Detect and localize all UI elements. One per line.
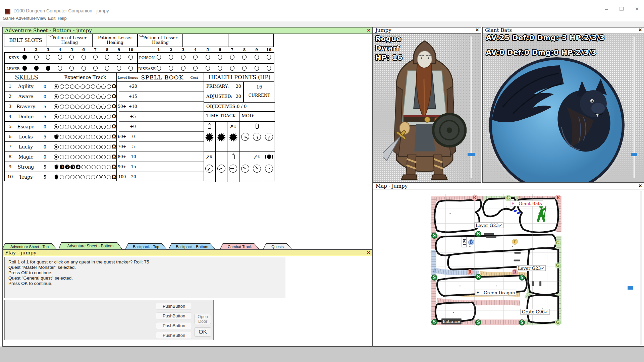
- poison-slot-3[interactable]: [181, 55, 185, 60]
- open-door-button[interactable]: Open Door: [195, 314, 211, 324]
- close-character-panel-icon[interactable]: ✕: [475, 28, 480, 33]
- track-start-filled-star-icon[interactable]: [54, 164, 59, 170]
- character-scrollbar-thumb[interactable]: [468, 153, 475, 156]
- keys-slot-9[interactable]: [117, 55, 121, 60]
- track-slot[interactable]: [107, 105, 111, 109]
- track-slot[interactable]: [70, 155, 74, 159]
- lever-slot-9[interactable]: [117, 66, 121, 71]
- track-slot[interactable]: [107, 145, 111, 149]
- skill-name[interactable]: Lucky: [14, 144, 38, 149]
- tab-backpack-bottom[interactable]: Backpack - Bottom: [168, 243, 216, 249]
- track-slot[interactable]: [75, 175, 80, 179]
- track-slot[interactable]: [101, 145, 106, 149]
- experience-track[interactable]: Ω: [54, 81, 116, 92]
- track-slot[interactable]: [96, 175, 101, 179]
- track-slot[interactable]: [60, 155, 64, 159]
- track-slot[interactable]: [80, 115, 85, 119]
- track-slot[interactable]: [96, 105, 101, 109]
- track-slot[interactable]: [91, 95, 95, 99]
- track-slot[interactable]: [92, 165, 96, 169]
- track-start-star-icon[interactable]: [54, 94, 59, 99]
- minimize-button[interactable]: –: [601, 5, 611, 13]
- close-map-panel-icon[interactable]: ✕: [638, 184, 643, 188]
- skill-name[interactable]: Agility: [14, 84, 38, 89]
- experience-track[interactable]: 1234Ω: [54, 162, 116, 172]
- track-slot[interactable]: [107, 84, 111, 89]
- tab-combat-track[interactable]: Combat Track: [220, 243, 260, 249]
- track-slot[interactable]: [96, 125, 101, 129]
- time-track-cell[interactable]: [239, 121, 252, 152]
- track-slot[interactable]: [96, 95, 101, 99]
- track-slot[interactable]: [96, 135, 101, 139]
- track-slot[interactable]: [60, 175, 64, 179]
- track-slot[interactable]: [70, 145, 74, 149]
- track-slot[interactable]: [60, 135, 64, 139]
- poison-slot-10[interactable]: [267, 55, 271, 60]
- track-slot[interactable]: [96, 155, 101, 159]
- track-start-star-icon[interactable]: [54, 104, 59, 109]
- keys-slot-4[interactable]: [58, 55, 62, 60]
- monster-scrollbar-thumb[interactable]: [631, 153, 637, 156]
- track-slot[interactable]: [96, 115, 101, 119]
- lever-slot-7[interactable]: [93, 66, 98, 71]
- disease-slot-1[interactable]: [157, 66, 161, 71]
- disease-slot-2[interactable]: [169, 66, 173, 71]
- track-slot[interactable]: [65, 105, 69, 109]
- keys-slot-6[interactable]: [82, 55, 86, 60]
- track-slot[interactable]: [101, 135, 106, 139]
- belt-slot-cell[interactable]: [228, 34, 274, 47]
- push-button-2[interactable]: PushButton: [156, 312, 192, 319]
- experience-track[interactable]: Ω: [54, 102, 116, 112]
- track-start-star-icon[interactable]: [54, 124, 59, 129]
- disease-slot-5[interactable]: [206, 66, 210, 71]
- track-slot[interactable]: [107, 165, 111, 169]
- track-slot[interactable]: [91, 125, 95, 129]
- monster-scrollbar-track[interactable]: [633, 36, 635, 178]
- time-track-cell[interactable]: [239, 152, 252, 182]
- track-slot[interactable]: [70, 115, 74, 119]
- track-slot[interactable]: [107, 135, 111, 139]
- keys-slot-8[interactable]: [105, 55, 109, 60]
- track-slot[interactable]: [82, 165, 86, 169]
- track-start-star-icon[interactable]: [54, 114, 59, 119]
- belt-slot-cell[interactable]: Potion of Lesser Healing: [92, 34, 138, 47]
- tab-adventure-sheet-bottom[interactable]: Adventure Sheet - Bottom: [58, 242, 122, 249]
- track-slot[interactable]: [75, 135, 80, 139]
- track-slot[interactable]: [86, 115, 90, 119]
- track-slot[interactable]: [101, 115, 106, 119]
- track-mark-3[interactable]: 3: [70, 165, 75, 169]
- track-slot[interactable]: [91, 155, 95, 159]
- disease-slot-3[interactable]: [181, 66, 185, 71]
- track-slot[interactable]: [75, 115, 79, 119]
- track-slot[interactable]: [96, 84, 101, 89]
- close-window-button[interactable]: ✕: [632, 5, 642, 13]
- track-slot[interactable]: [65, 125, 69, 129]
- track-slot[interactable]: [107, 95, 111, 99]
- keys-slot-1[interactable]: [22, 55, 27, 60]
- track-slot[interactable]: [107, 155, 111, 159]
- track-mark-4[interactable]: 4: [76, 165, 80, 169]
- skill-name[interactable]: Strong: [14, 164, 38, 170]
- lever-slot-4[interactable]: [58, 66, 62, 71]
- keys-slot-2[interactable]: [34, 55, 39, 60]
- experience-track[interactable]: Ω: [54, 152, 116, 162]
- track-slot[interactable]: [80, 125, 85, 129]
- track-slot[interactable]: [75, 95, 79, 99]
- time-track-cell[interactable]: [263, 152, 275, 182]
- track-slot[interactable]: [107, 125, 111, 129]
- close-play-icon[interactable]: ✕: [366, 250, 371, 255]
- disease-slot-8[interactable]: [242, 66, 247, 71]
- track-slot[interactable]: [97, 165, 101, 169]
- close-monster-panel-icon[interactable]: ✕: [638, 28, 643, 33]
- tab-adventure-sheet-top[interactable]: Adventure Sheet - Top: [2, 243, 57, 249]
- track-slot[interactable]: [80, 105, 85, 109]
- track-slot[interactable]: [60, 84, 64, 89]
- track-slot[interactable]: [65, 95, 69, 99]
- track-slot[interactable]: [86, 155, 90, 159]
- track-slot[interactable]: [65, 135, 69, 139]
- time-track-cell[interactable]: †6: [251, 152, 263, 182]
- track-slot[interactable]: [86, 175, 90, 179]
- track-slot[interactable]: [86, 84, 90, 89]
- track-slot[interactable]: [86, 105, 90, 109]
- track-slot[interactable]: [80, 135, 85, 139]
